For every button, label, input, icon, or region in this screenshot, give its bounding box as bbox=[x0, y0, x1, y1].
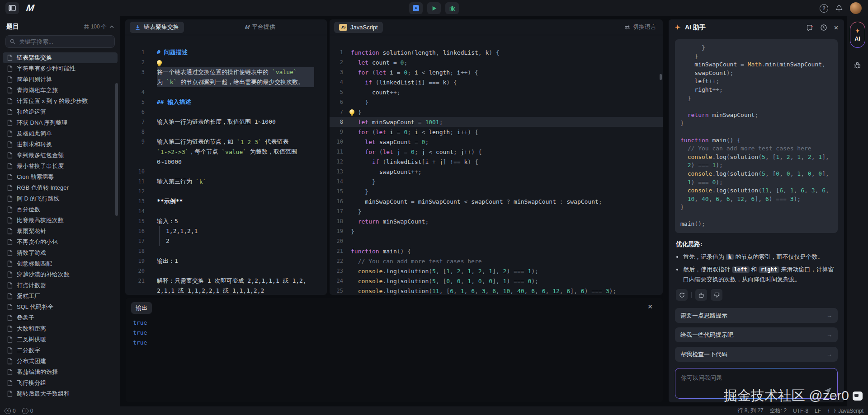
sidebar-item[interactable]: 环状 DNA 序列整理 bbox=[3, 117, 118, 128]
code-line[interactable]: 11 for (let j = 0; j < count; j++) { bbox=[330, 147, 663, 157]
warnings-indicator[interactable]: ! 0 bbox=[22, 408, 33, 414]
code-line[interactable]: 24 console.log(solution(5, [0, 0, 1, 0, … bbox=[330, 276, 663, 286]
debug-button[interactable] bbox=[445, 2, 459, 14]
output-tab[interactable]: 输出 bbox=[131, 302, 152, 314]
sidebar-item[interactable]: RGB 色值转 Integer bbox=[3, 182, 118, 193]
code-line[interactable]: 12 if (linkedList[i + j] !== k) { bbox=[330, 157, 663, 167]
search-box[interactable] bbox=[5, 35, 115, 48]
output-close-icon[interactable]: ✕ bbox=[647, 303, 653, 310]
sidebar-item[interactable]: 番茄编辑的选择 bbox=[3, 367, 118, 378]
code-action-lightbulb-icon[interactable] bbox=[349, 109, 354, 114]
ai-input-box[interactable] bbox=[675, 368, 838, 399]
user-avatar[interactable] bbox=[850, 2, 862, 14]
send-icon[interactable] bbox=[823, 386, 833, 396]
encoding[interactable]: UTF-8 bbox=[793, 408, 808, 414]
ai-input-field[interactable] bbox=[675, 368, 837, 398]
sidebar-item[interactable]: 百分位数 bbox=[3, 204, 118, 215]
code-line[interactable]: 21function main() { bbox=[330, 246, 663, 256]
code-line[interactable]: 2 let count = 0; bbox=[330, 57, 663, 67]
code-line[interactable]: 14 } bbox=[330, 177, 663, 187]
sidebar-item[interactable]: 计算位置 x 到 y 的最少步数 bbox=[3, 96, 118, 107]
sidebar-item[interactable]: 比赛最高获胜次数 bbox=[3, 215, 118, 226]
code-line[interactable]: 7 } bbox=[330, 107, 663, 117]
stop-icon bbox=[413, 5, 419, 11]
code-line[interactable]: 19} bbox=[330, 226, 663, 236]
code-line[interactable]: 5 count++; bbox=[330, 87, 663, 97]
sidebar-item[interactable]: 猜数字游戏 bbox=[3, 247, 118, 258]
sidebar-item[interactable]: SQL 代码补全 bbox=[3, 302, 118, 312]
sidebar-item[interactable]: 和的逆运算 bbox=[3, 107, 118, 117]
code-line[interactable]: 17 } bbox=[330, 206, 663, 216]
code-line[interactable]: 16 minSwapCount = minSwapCount < swapCou… bbox=[330, 196, 663, 206]
search-input[interactable] bbox=[18, 38, 110, 46]
code-line[interactable]: 8 let minSwapCount = 1001; bbox=[330, 117, 663, 127]
help-icon[interactable]: ? bbox=[820, 4, 828, 13]
code-line[interactable]: 25 console.log(solution(11, [6, 1, 6, 3,… bbox=[330, 286, 663, 296]
chevron-up-icon[interactable] bbox=[109, 25, 114, 28]
sidebar-item[interactable]: 蛋糕工厂 bbox=[3, 291, 118, 302]
thumbs-up-button[interactable] bbox=[695, 289, 707, 301]
sidebar-item[interactable]: 叠盘子 bbox=[3, 312, 118, 323]
run-button[interactable] bbox=[427, 2, 441, 14]
problem-tab[interactable]: 链表聚集交换 bbox=[130, 22, 184, 33]
indentation[interactable]: 空格: 2 bbox=[770, 407, 787, 415]
file-icon bbox=[7, 250, 13, 256]
ai-quick-prompt-button[interactable]: 给我一些代码提示吧→ bbox=[675, 327, 838, 342]
toggle-sidebar-button[interactable] bbox=[5, 2, 19, 14]
sidebar-item[interactable]: 大数和距离 bbox=[3, 323, 118, 334]
ai-rail-button[interactable]: AI bbox=[850, 22, 865, 48]
notifications-bell-icon[interactable] bbox=[835, 5, 843, 12]
sidebar-item[interactable]: Cion 勒索病毒 bbox=[3, 172, 118, 182]
code-line[interactable]: 4 if (linkedList[i] === k) { bbox=[330, 77, 663, 87]
thumbs-down-button[interactable] bbox=[711, 289, 722, 301]
switch-language-button[interactable]: 切换语言 bbox=[633, 23, 656, 31]
debug-rail-button[interactable] bbox=[853, 61, 862, 69]
code-text: console.log(solution(11, [6, 1, 6, 3, 6,… bbox=[351, 288, 616, 294]
ai-quick-prompt-button[interactable]: 帮我检查一下代码→ bbox=[675, 347, 838, 362]
sidebar-item[interactable]: 进制求和转换 bbox=[3, 139, 118, 150]
sidebar-item[interactable]: 分布式团建 bbox=[3, 356, 118, 367]
ai-quick-prompt-button[interactable]: 需要一点思路提示→ bbox=[675, 308, 838, 323]
sidebar-scrollbar[interactable] bbox=[115, 83, 118, 216]
sidebar-item[interactable]: 创意标题匹配 bbox=[3, 258, 118, 269]
code-line[interactable]: 23 console.log(solution(5, [1, 2, 1, 2, … bbox=[330, 266, 663, 276]
sidebar-item[interactable]: 阿 D 的飞行路线 bbox=[3, 193, 118, 204]
ai-close-icon[interactable]: ✕ bbox=[834, 24, 839, 31]
sidebar-item[interactable]: 及格如此简单 bbox=[3, 128, 118, 139]
sidebar-item[interactable]: 穿越沙漠的补给次数 bbox=[3, 269, 118, 280]
sidebar-item[interactable]: 二分数字 bbox=[3, 345, 118, 356]
sidebar-item[interactable]: 简单四则计算 bbox=[3, 74, 118, 85]
code-line[interactable]: 1function solution(length, linkedList, k… bbox=[330, 47, 663, 57]
language-mode[interactable]: { } JavaScript bbox=[827, 408, 863, 414]
code-editor[interactable]: 1function solution(length, linkedList, k… bbox=[330, 35, 663, 296]
sidebar-item[interactable]: 拿到最多红包金额 bbox=[3, 150, 118, 161]
sidebar-item[interactable]: 最小替换子串长度 bbox=[3, 161, 118, 172]
code-line[interactable]: 13 swapCount++; bbox=[330, 167, 663, 177]
sidebar-item[interactable]: 飞行棋分组 bbox=[3, 378, 118, 388]
code-line[interactable]: 15 } bbox=[330, 187, 663, 196]
code-line[interactable]: 22 // You can add more test cases here bbox=[330, 256, 663, 266]
regenerate-button[interactable] bbox=[676, 289, 688, 301]
sidebar-item[interactable]: 二叉树供暖 bbox=[3, 334, 118, 345]
code-line[interactable]: 10 let swapCount = 0; bbox=[330, 137, 663, 147]
sidebar-item[interactable]: 不再贪心的小包 bbox=[3, 237, 118, 247]
code-line[interactable]: 3 for (let i = 0; i < length; i++) { bbox=[330, 67, 663, 77]
sidebar-item[interactable]: 字符串有多少种可能性 bbox=[3, 63, 118, 74]
code-line[interactable]: 20 bbox=[330, 236, 663, 246]
sidebar-item[interactable]: 暴雨梨花针 bbox=[3, 226, 118, 237]
sidebar-item[interactable]: 打点计数器 bbox=[3, 280, 118, 291]
code-line[interactable]: 6 } bbox=[330, 97, 663, 107]
errors-indicator[interactable]: ✕ 0 bbox=[5, 408, 16, 414]
code-line[interactable]: 18 return minSwapCount; bbox=[330, 216, 663, 226]
cursor-position[interactable]: 行 8, 列 27 bbox=[737, 407, 763, 415]
stop-button[interactable] bbox=[409, 2, 423, 14]
sidebar-item[interactable]: 翻转后最大子数组和 bbox=[3, 388, 118, 399]
eol[interactable]: LF bbox=[815, 408, 821, 414]
code-line[interactable]: 9 for (let i = 0; i < length; i++) { bbox=[330, 127, 663, 137]
new-chat-icon[interactable] bbox=[807, 24, 814, 31]
editor-language-tab[interactable]: JS JavaScript bbox=[334, 22, 383, 33]
sidebar-item[interactable]: 青海湖租车之旅 bbox=[3, 85, 118, 96]
editor-scrollbar[interactable] bbox=[660, 74, 662, 80]
history-icon[interactable] bbox=[820, 24, 827, 31]
sidebar-item[interactable]: 链表聚集交换 bbox=[3, 52, 118, 63]
